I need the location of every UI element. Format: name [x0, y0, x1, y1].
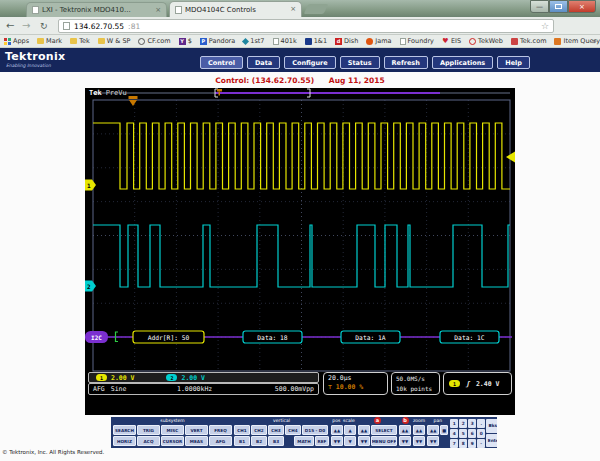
- panel-blank-button[interactable]: ▼: [344, 436, 356, 446]
- panel-trig-button[interactable]: TRIG: [137, 425, 160, 435]
- panel-select-button[interactable]: SELECT: [371, 425, 397, 435]
- panel-horiz-button[interactable]: HORIZ: [113, 436, 136, 446]
- panel-misc-button[interactable]: MISC: [161, 425, 184, 435]
- panel-acq-button[interactable]: ACQ: [137, 436, 160, 446]
- panel-freq-button[interactable]: FREQ: [209, 425, 232, 435]
- tab-controls[interactable]: MDO4104C Controls ×: [169, 1, 302, 17]
- ring-icon: [138, 38, 145, 45]
- afg-waveform: Sine: [111, 385, 127, 393]
- bookmark-eis[interactable]: ♥EIS: [442, 37, 461, 45]
- numpad-7-button[interactable]: 7: [450, 439, 458, 448]
- panel-ch1-button[interactable]: CH1: [234, 425, 250, 435]
- nav-configure-button[interactable]: Configure: [284, 56, 336, 69]
- panel-blank-button[interactable]: ▼▼: [413, 436, 425, 446]
- bookmark-pandora[interactable]: PPandora: [200, 37, 236, 45]
- numpad-8-button[interactable]: 8: [459, 439, 467, 448]
- close-tab-icon[interactable]: ×: [290, 6, 296, 13]
- folder-icon: [70, 38, 77, 44]
- numpad-4-button[interactable]: 4: [450, 429, 458, 438]
- panel-b2-button[interactable]: B2: [251, 436, 267, 446]
- svg-text:2: 2: [87, 283, 91, 290]
- panel-blank-button[interactable]: ▼▼: [399, 436, 411, 446]
- nav-status-button[interactable]: Status: [340, 56, 380, 69]
- panel-ref-button[interactable]: REF: [315, 436, 329, 446]
- numpad-2-button[interactable]: 2: [459, 419, 467, 428]
- bookmark-star-icon[interactable]: ☆: [541, 21, 549, 31]
- reload-icon[interactable]: ↻: [40, 20, 48, 32]
- tab-lxi[interactable]: LXI - Tektronix MDO410... ×: [26, 2, 167, 17]
- back-icon[interactable]: ←: [6, 20, 14, 32]
- nav-applications-button[interactable]: Applications: [432, 56, 493, 69]
- nav-control-button[interactable]: Control: [200, 56, 243, 69]
- panel-blank-button[interactable]: ▲▲: [427, 425, 439, 435]
- numpad: 123.4560789-BkspEnter: [450, 419, 497, 447]
- bookmarks-overflow-icon[interactable]: »: [592, 37, 597, 46]
- numpad-9-button[interactable]: 9: [468, 439, 476, 448]
- numpad-6-button[interactable]: 6: [468, 429, 476, 438]
- forward-icon[interactable]: →: [22, 20, 30, 32]
- numpad-blank-button[interactable]: -: [477, 439, 485, 448]
- numpad-3-button[interactable]: 3: [468, 419, 476, 428]
- minimize-button[interactable]: —: [530, 0, 549, 13]
- numpad-0-button[interactable]: 0: [477, 429, 485, 438]
- bookmark-401k[interactable]: 401k: [273, 37, 297, 45]
- panel-blank-button[interactable]: ▲▲: [358, 425, 370, 435]
- nav-help-button[interactable]: Help: [497, 56, 530, 69]
- panel-afg-button[interactable]: AFG: [209, 436, 232, 446]
- bookmark-tek-com[interactable]: Tek.com: [511, 37, 547, 45]
- panel-math-button[interactable]: MATH: [294, 436, 314, 446]
- trigger-source-badge: 1: [449, 380, 460, 387]
- bookmark-cf-com[interactable]: CF.com: [138, 37, 170, 45]
- panel-meas-button[interactable]: MEAS: [185, 436, 208, 446]
- numpad-blank-button[interactable]: .: [477, 419, 485, 428]
- numpad-5-button[interactable]: 5: [459, 429, 467, 438]
- bookmark-1-1[interactable]: 1&1: [305, 37, 327, 45]
- panel-blank-button[interactable]: ■: [440, 425, 448, 435]
- nav-data-button[interactable]: Data: [247, 56, 280, 69]
- panel-ch4-button[interactable]: CH4: [285, 425, 301, 435]
- url-input[interactable]: 134.62.70.55 :81 ☆: [58, 19, 554, 33]
- panel-menu-off-button[interactable]: MENU OFF: [371, 436, 397, 446]
- url-port: :81: [128, 22, 140, 31]
- bookmark-tekweb[interactable]: TekWeb: [469, 37, 503, 45]
- maximize-button[interactable]: [549, 0, 568, 13]
- panel-b1-button[interactable]: B1: [234, 436, 250, 446]
- panel-blank-button[interactable]: ▼▼: [427, 436, 439, 446]
- bookmark-jama[interactable]: Jama: [366, 37, 391, 45]
- panel-b3-button[interactable]: B3: [268, 436, 284, 446]
- bookmark-w-sp[interactable]: W & SP: [98, 37, 131, 45]
- page-icon: [273, 38, 279, 45]
- panel-cursor-button[interactable]: CURSOR: [161, 436, 184, 446]
- panel-blank-button[interactable]: ▲: [344, 425, 356, 435]
- panel-blank-button[interactable]: ▲▲: [413, 425, 425, 435]
- bookmark-mark[interactable]: Mark: [37, 37, 62, 45]
- panel-blank-button[interactable]: ▲▲: [399, 425, 411, 435]
- panel-d15-d0-button[interactable]: D15 - D0: [302, 425, 328, 435]
- bookmark-foundry[interactable]: Foundry: [400, 37, 434, 45]
- nav-refresh-button[interactable]: Refresh: [384, 56, 428, 69]
- enter-button[interactable]: Enter: [486, 434, 497, 448]
- numpad-1-button[interactable]: 1: [450, 419, 458, 428]
- apps-shortcut[interactable]: Apps: [4, 37, 29, 45]
- close-button[interactable]: ×: [568, 0, 596, 13]
- panel-blank-button[interactable]: ▼▼: [358, 436, 370, 446]
- bookmarks-bar: Apps MarkTekW & SPCF.comY$PPandora1st740…: [0, 35, 600, 48]
- control-date: Aug 11, 2015: [329, 76, 385, 85]
- panel-search-button[interactable]: SEARCH: [113, 425, 136, 435]
- bookmark-blank[interactable]: Y$: [179, 37, 192, 45]
- panel-ch3-button[interactable]: CH3: [268, 425, 284, 435]
- panel-vert-button[interactable]: VERT: [185, 425, 208, 435]
- heart-icon: ♥: [442, 38, 449, 45]
- close-tab-icon[interactable]: ×: [155, 7, 161, 14]
- bookmark-tek[interactable]: Tek: [70, 37, 90, 45]
- bookmark-label: Tek.com: [520, 37, 547, 45]
- panel-ch2-button[interactable]: CH2: [251, 425, 267, 435]
- panel-blank-button[interactable]: ▲▲: [331, 425, 343, 435]
- channel-readout-bar: 1 2.00 V 2 2.00 V: [88, 372, 319, 383]
- bookmark-dish[interactable]: dDish: [335, 37, 358, 45]
- bookmark-1st7[interactable]: 1st7: [243, 37, 264, 45]
- status-line: Control: (134.62.70.55) Aug 11, 2015: [0, 76, 600, 85]
- panel-blank-button[interactable]: ▼▼: [331, 436, 343, 446]
- bksp-button[interactable]: Bksp: [486, 419, 497, 433]
- new-tab-button[interactable]: [304, 4, 329, 14]
